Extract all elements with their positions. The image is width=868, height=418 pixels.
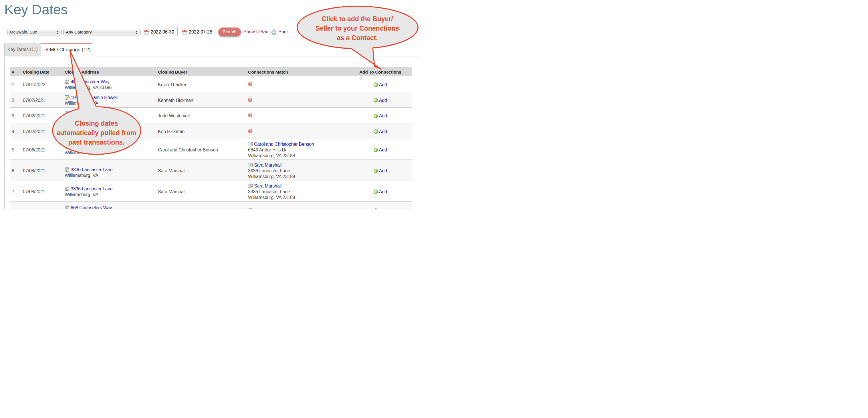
svg-text:Click to add the Buyer/: Click to add the Buyer/: [321, 15, 393, 23]
svg-text:Seller to your Conenctions: Seller to your Conenctions: [315, 25, 399, 32]
svg-text:as a Contact.: as a Contact.: [337, 34, 378, 41]
